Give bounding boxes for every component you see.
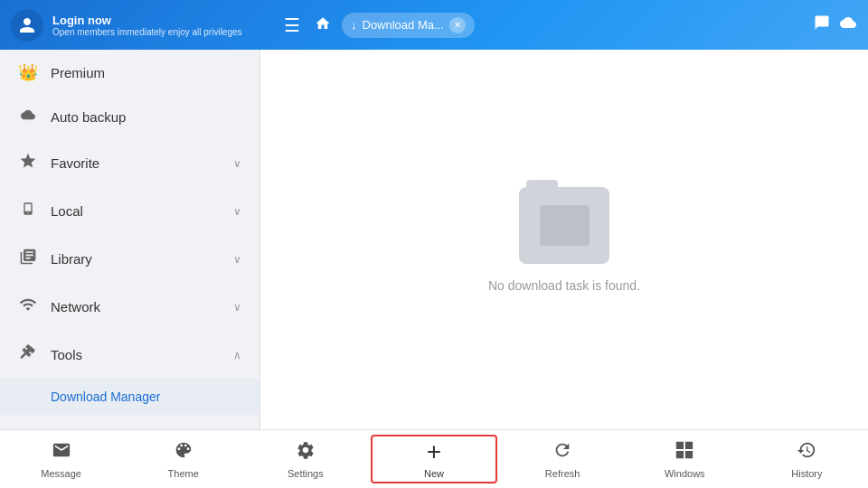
home-button[interactable]	[311, 12, 335, 39]
message-icon	[52, 440, 71, 465]
empty-message: No download task is found.	[488, 278, 640, 293]
settings-icon	[296, 440, 316, 465]
sidebar-item-label: Tools	[51, 347, 221, 362]
theme-icon	[174, 440, 193, 465]
top-bar-left: Login now Open members immediately enjoy…	[11, 9, 271, 42]
message-tab-icon[interactable]	[814, 14, 830, 35]
cloud-backup-icon	[18, 108, 38, 127]
bottom-item-settings[interactable]: Settings	[244, 430, 366, 488]
login-subtitle: Open members immediately enjoy all privi…	[52, 27, 242, 37]
sidebar-item-label: Local	[51, 203, 221, 219]
folder-inner	[540, 205, 590, 246]
main-area: 👑 Premium Auto backup Favorite ∨ Local ∨	[0, 50, 868, 429]
bottom-item-label: History	[791, 468, 822, 479]
phone-icon	[18, 200, 38, 222]
cloud-icon[interactable]	[839, 14, 857, 35]
network-icon	[18, 296, 38, 318]
bottom-item-label: Settings	[288, 468, 324, 479]
login-title: Login now	[52, 14, 242, 27]
bottom-item-label: Message	[41, 468, 81, 479]
sidebar-item-favorite[interactable]: Favorite ∨	[0, 139, 259, 187]
history-icon	[797, 440, 816, 465]
star-icon	[18, 152, 38, 174]
windows-icon	[675, 440, 694, 465]
sidebar-item-label: Library	[51, 251, 221, 267]
library-icon	[18, 248, 38, 270]
bottom-item-theme[interactable]: Theme	[122, 430, 244, 488]
sidebar-item-library[interactable]: Library ∨	[0, 235, 259, 283]
crown-icon: 👑	[18, 62, 38, 82]
sidebar-item-local[interactable]: Local ∨	[0, 187, 259, 235]
download-manager-label: Download Manager	[51, 389, 160, 404]
bottom-item-windows[interactable]: Windows	[624, 430, 746, 488]
sidebar-item-network[interactable]: Network ∨	[0, 283, 259, 331]
chevron-down-icon: ∨	[233, 253, 241, 266]
chevron-down-icon: ∨	[233, 205, 241, 218]
chevron-down-icon: ∨	[233, 301, 241, 314]
sidebar-item-label: Network	[51, 299, 221, 314]
login-info: Login now Open members immediately enjoy…	[52, 14, 242, 37]
download-tab-arrow: ↓	[351, 18, 357, 32]
bottom-item-message[interactable]: Message	[0, 430, 122, 488]
bottom-bar: Message Theme Settings + New Refresh Win…	[0, 429, 868, 488]
chevron-up-icon: ∧	[233, 349, 241, 361]
top-bar-icons	[814, 14, 857, 35]
empty-folder-icon	[519, 187, 609, 264]
bottom-item-label: Windows	[665, 468, 705, 479]
plus-icon: +	[427, 439, 441, 465]
sidebar-item-label: Premium	[51, 65, 241, 80]
top-bar-right: ☰ ↓ Download Ma... ✕	[280, 11, 857, 40]
sidebar-item-tools[interactable]: Tools ∧	[0, 331, 259, 379]
tab-close-button[interactable]: ✕	[449, 17, 466, 33]
sidebar-item-auto-backup[interactable]: Auto backup	[0, 95, 259, 139]
sidebar: 👑 Premium Auto backup Favorite ∨ Local ∨	[0, 50, 260, 429]
bottom-item-label: Theme	[168, 468, 199, 479]
bottom-item-label: New	[424, 468, 444, 479]
sidebar-item-label: Favorite	[51, 155, 221, 171]
download-tab-label: Download Ma...	[363, 18, 444, 32]
sidebar-item-premium[interactable]: 👑 Premium	[0, 50, 259, 95]
bottom-item-new[interactable]: + New	[371, 435, 496, 483]
tools-icon	[18, 343, 38, 366]
bottom-item-history[interactable]: History	[746, 430, 868, 488]
bottom-item-refresh[interactable]: Refresh	[502, 430, 624, 488]
avatar[interactable]	[11, 9, 43, 42]
hamburger-button[interactable]: ☰	[280, 11, 304, 40]
bottom-item-label: Refresh	[545, 468, 580, 479]
top-bar: Login now Open members immediately enjoy…	[0, 0, 868, 50]
download-tab[interactable]: ↓ Download Ma... ✕	[342, 13, 475, 38]
sidebar-item-download-manager[interactable]: Download Manager	[0, 379, 259, 415]
chevron-down-icon: ∨	[233, 157, 241, 170]
refresh-icon	[552, 440, 572, 465]
sidebar-item-label: Auto backup	[51, 109, 241, 125]
content-area: No download task is found.	[260, 50, 868, 429]
